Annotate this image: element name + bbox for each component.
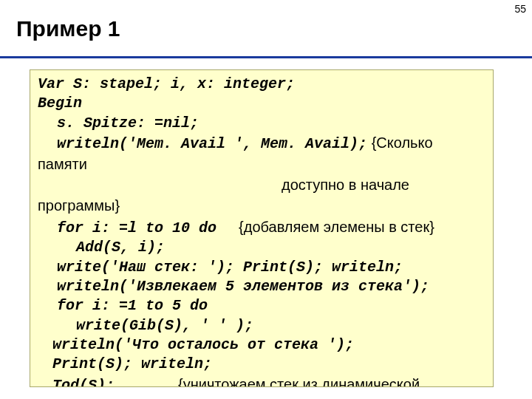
code-text: for i: =l to 10 do	[57, 219, 216, 236]
code-block: Var S: stapel; i, x: integer; Begin s. S…	[30, 69, 494, 387]
code-comment: программы}	[38, 197, 120, 214]
code-text: writeln('Извлекаем 5 элементов из стека'…	[57, 278, 429, 295]
code-line: for i: =l to 10 do{добавляем элемены в с…	[38, 217, 485, 238]
code-line: Tod(S);{уничтожаем стек из динамической	[38, 375, 485, 387]
code-text: write(Gib(S), ' ' );	[76, 317, 253, 334]
code-text: writeln('Что осталось от стека ');	[52, 336, 354, 353]
code-line: write(Gib(S), ' ' );	[38, 316, 485, 335]
code-line: программы}	[38, 196, 485, 216]
code-comment: {добавляем элемены в стек}	[239, 219, 434, 235]
code-comment: доступно в начале	[282, 177, 409, 193]
code-text: Var S: stapel; i, x: integer;	[38, 75, 295, 92]
code-line: for i: =1 to 5 do	[38, 296, 485, 316]
code-line: доступно в начале	[38, 175, 485, 196]
code-line: writeln('Извлекаем 5 элементов из стека'…	[38, 277, 485, 296]
code-text: s. Spitze: =nil;	[57, 115, 199, 132]
code-line: write('Наш стек: '); Print(S); writeln;	[38, 258, 485, 277]
code-text: writeln('Mem. Avail ', Mem. Avail);	[57, 135, 367, 152]
code-line: Add(S, i);	[38, 238, 485, 257]
code-text: Tod(S);	[52, 377, 115, 387]
code-line: writeln('Mem. Avail ', Mem. Avail); {Ско…	[38, 133, 485, 175]
page-title: Пример 1	[16, 16, 120, 41]
page-number: 55	[514, 3, 526, 15]
code-text: Begin	[38, 95, 82, 112]
code-line: Print(S); writeln;	[38, 355, 485, 374]
code-comment: {уничтожаем стек из динамической	[178, 376, 420, 387]
code-text: write('Наш стек: '); Print(S); writeln;	[57, 259, 403, 276]
code-line: s. Spitze: =nil;	[38, 114, 485, 133]
code-text: Add(S, i);	[76, 239, 165, 256]
code-line: Begin	[38, 94, 485, 113]
code-text: Print(S); writeln;	[52, 355, 212, 372]
code-text: for i: =1 to 5 do	[57, 297, 208, 314]
slide: 55 Пример 1 Var S: stapel; i, x: integer…	[0, 0, 532, 399]
title-rule	[0, 56, 532, 58]
code-line: Var S: stapel; i, x: integer;	[38, 75, 485, 94]
code-line: writeln('Что осталось от стека ');	[38, 335, 485, 355]
